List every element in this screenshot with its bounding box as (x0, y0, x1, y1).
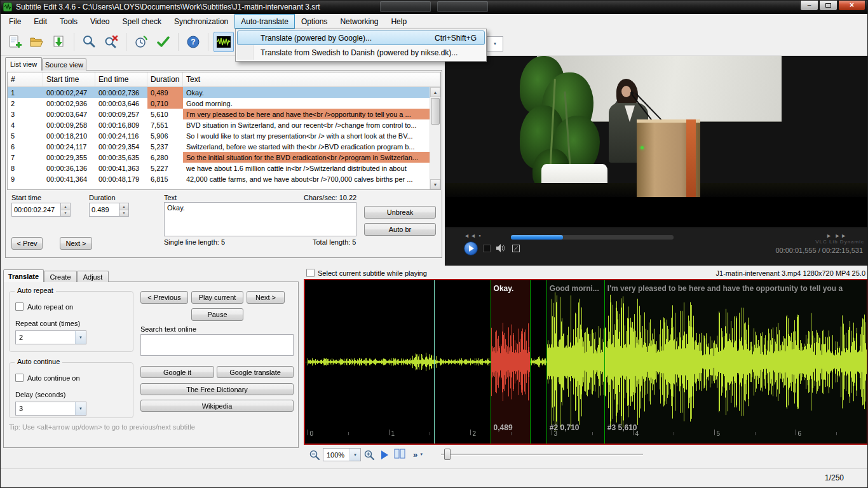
position-slider-thumb[interactable] (444, 449, 451, 460)
menu-item-auto-translate[interactable]: Auto-translate (234, 14, 295, 29)
google-it-button[interactable]: Google it (140, 366, 214, 378)
pause-button[interactable]: Pause (191, 308, 243, 321)
auto-continue-checkbox-label: Auto continue on (27, 374, 80, 382)
column-header[interactable]: Start time (43, 72, 95, 86)
tab-translate[interactable]: Translate (3, 269, 44, 282)
video-frame[interactable] (445, 56, 868, 227)
auto-br-button[interactable]: Auto br (364, 223, 436, 236)
visual-sync-clock-icon (133, 34, 149, 50)
subtitle-row-7[interactable]: 700:00:29,35500:00:35,6356,280So the ini… (8, 152, 430, 163)
menu-entry[interactable]: Translate from Swedish to Danish (powere… (237, 45, 485, 60)
seek-bar[interactable] (511, 235, 674, 240)
waveform-zoom-combo[interactable]: 100% ▼ (323, 448, 361, 461)
stop-button[interactable] (483, 245, 491, 252)
spin-up-icon[interactable]: ▲ (61, 203, 70, 210)
playback-speed-button[interactable]: »▼ (409, 449, 427, 460)
spin-down-icon[interactable]: ▼ (119, 210, 128, 217)
waveform-play-button[interactable] (381, 451, 388, 459)
wikipedia-button[interactable]: Wikipedia (140, 400, 294, 412)
menu-entry[interactable]: Translate (powered by Google)...Ctrl+Shi… (237, 30, 485, 45)
subtitle-row-6[interactable]: 600:00:24,11700:00:29,3545,237Switzerlan… (8, 141, 430, 152)
tab-adjust[interactable]: Adjust (77, 271, 109, 282)
menu-item-spell-check[interactable]: Spell check (116, 14, 168, 29)
repeat-count-combo[interactable]: 2 ▼ (15, 330, 86, 344)
subtitle-row-3[interactable]: 300:00:03,64700:00:09,2575,610I'm very p… (8, 109, 430, 119)
vlc-forward-buttons[interactable]: ► ►► (826, 233, 847, 239)
split-view-button[interactable] (394, 449, 405, 459)
vlc-engine-label: VLC Lib Dynamic (815, 239, 864, 245)
subtitle-list[interactable]: #Start timeEnd timeDurationText 100:00:0… (7, 72, 441, 190)
toggle-waveform-button[interactable] (214, 32, 234, 52)
previous-button[interactable]: < Previous (140, 291, 188, 304)
save-file-button[interactable] (50, 32, 69, 51)
find-button[interactable] (79, 32, 98, 51)
menu-item-video[interactable]: Video (84, 14, 116, 29)
waveform-canvas[interactable] (305, 280, 867, 444)
subtitle-row-2[interactable]: 200:00:02,93600:00:03,6460,710Good morni… (8, 98, 430, 109)
menu-item-options[interactable]: Options (295, 14, 334, 29)
column-header[interactable]: # (8, 72, 43, 86)
open-file-button[interactable] (27, 32, 46, 51)
zoom-out-button[interactable] (309, 449, 320, 461)
tab-create[interactable]: Create (44, 271, 77, 282)
subtitle-table-header: #Start timeEnd timeDurationText (8, 72, 440, 87)
tab-list-view[interactable]: List view (5, 57, 42, 71)
video-player: ◄◄ ▪ ► ►► VLC Lib Dynamic 00:00:01,555 /… (445, 56, 868, 266)
subtitle-format-combo[interactable]: ▼ (487, 36, 503, 51)
subtitle-row-1[interactable]: 100:00:02,24700:00:02,7360,489Okay. (8, 87, 430, 98)
vlc-rewind-buttons[interactable]: ◄◄ ▪ (464, 233, 482, 239)
subtitle-row-8[interactable]: 800:00:36,13600:00:41,3635,227we have ab… (8, 163, 430, 173)
volume-button[interactable] (496, 243, 506, 254)
column-header[interactable]: End time (95, 72, 147, 86)
menu-item-help[interactable]: Help (384, 14, 413, 29)
spin-down-icon[interactable]: ▼ (61, 210, 70, 217)
column-header[interactable]: Duration (147, 72, 183, 86)
scrollbar-thumb[interactable] (431, 98, 440, 125)
start-time-input[interactable] (12, 203, 60, 216)
tab-source-view[interactable]: Source view (42, 58, 86, 71)
maximize-button[interactable] (819, 0, 837, 11)
subtitle-row-4[interactable]: 400:00:09,25800:00:16,8097,551BVD situat… (8, 119, 430, 130)
search-online-input[interactable] (140, 334, 294, 356)
prev-subtitle-button[interactable]: < Prev (11, 237, 43, 250)
subtitle-row-9[interactable]: 900:00:41,36400:00:48,1796,81542,000 cat… (8, 173, 430, 184)
menu-item-tools[interactable]: Tools (53, 14, 84, 29)
subtitle-text-input[interactable]: Okay. (164, 202, 356, 236)
delay-combo[interactable]: 3 ▼ (15, 402, 86, 416)
google-translate-button[interactable]: Google translate (217, 366, 294, 378)
scroll-up-arrow[interactable]: ▲ (430, 87, 440, 97)
menu-item-edit[interactable]: Edit (27, 14, 53, 29)
text-label: Text (164, 194, 177, 201)
menu-item-networking[interactable]: Networking (334, 14, 384, 29)
replace-button[interactable] (102, 32, 121, 51)
minimize-button[interactable]: – (800, 0, 818, 11)
spin-up-icon[interactable]: ▲ (119, 203, 128, 210)
fullscreen-button[interactable] (512, 245, 520, 252)
select-current-subtitle-checkbox[interactable] (306, 269, 315, 277)
auto-repeat-checkbox[interactable] (15, 302, 24, 311)
free-dictionary-button[interactable]: The Free Dictionary (140, 383, 294, 395)
next-button[interactable]: Next > (247, 291, 285, 304)
visual-sync-button[interactable] (132, 32, 151, 51)
next-subtitle-button[interactable]: Next > (60, 237, 92, 250)
duration-input[interactable] (90, 203, 119, 216)
cell: Good morning. (183, 98, 430, 109)
position-slider-track[interactable] (441, 454, 643, 456)
play-button[interactable] (464, 241, 478, 255)
help-button[interactable]: ? (184, 32, 203, 51)
scroll-down-arrow[interactable]: ▼ (430, 179, 440, 189)
new-file-button[interactable] (5, 32, 24, 51)
subtitle-row-5[interactable]: 500:00:18,21000:00:24,1165,906So I would… (8, 130, 430, 141)
menu-item-synchronization[interactable]: Synchronization (168, 14, 234, 29)
auto-continue-checkbox[interactable] (15, 374, 24, 382)
play-current-button[interactable]: Play current (191, 291, 243, 304)
cell: 00:00:41,363 (95, 163, 147, 173)
zoom-in-button[interactable] (363, 449, 375, 461)
spell-check-button[interactable] (154, 32, 173, 51)
close-button[interactable]: × (838, 0, 865, 11)
column-header[interactable]: Text (183, 72, 440, 86)
menu-item-file[interactable]: File (3, 14, 27, 29)
cell: 00:00:03,646 (95, 98, 147, 109)
video-info-label: J1-matin-intervenant 3.mp4 1280x720 MP4 … (716, 269, 865, 277)
unbreak-button[interactable]: Unbreak (364, 206, 436, 219)
